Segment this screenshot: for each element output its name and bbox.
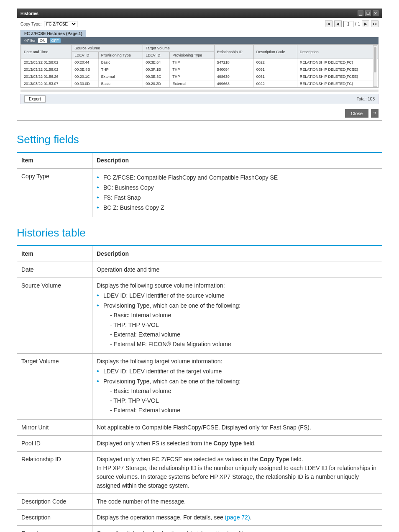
horizontal-scrollbar[interactable] (20, 90, 379, 92)
col-target[interactable]: Target Volume (143, 45, 215, 52)
col-src-prov[interactable]: Provisioning Type (98, 52, 143, 59)
vertical-scrollbar[interactable] (373, 45, 377, 87)
page-72-link[interactable]: (page 72) (225, 514, 250, 521)
table-row: Relationship ID Displayed only when FC Z… (17, 452, 382, 494)
cell-item: Copy Type (17, 169, 92, 217)
pager-last-icon[interactable]: ⏭ (371, 21, 379, 27)
table-row: Export Opens the dialog for dowloading t… (17, 526, 382, 532)
col-description: Description (92, 246, 382, 262)
toolbar: Copy Type: FC Z/FCSE ⏮ ◀ / 1 ▶ ⏭ (17, 18, 382, 30)
table-row[interactable]: 2013/03/22 01:58:0200:20:44Basic00:3E:64… (21, 59, 378, 66)
col-description: Description (92, 152, 382, 169)
pager-total: 1 (358, 22, 360, 26)
table-row: Mirror Unit Not applicable to Compatible… (17, 420, 382, 436)
pager-page-input[interactable] (343, 21, 353, 27)
table-row: Copy Type FC Z/FCSE: Compatible FlashCop… (17, 169, 382, 217)
titlebar-controls: ▁ ☐ ✕ (358, 10, 379, 16)
section-setting-fields: Setting fields (17, 133, 382, 146)
col-source[interactable]: Source Volume (72, 45, 143, 52)
pager-next-icon[interactable]: ▶ (362, 21, 369, 27)
help-button[interactable]: ? (371, 109, 379, 118)
export-button[interactable]: Export (24, 95, 46, 103)
col-src-ldev[interactable]: LDEV ID (72, 52, 98, 59)
pager-prev-icon[interactable]: ◀ (334, 21, 342, 27)
col-tgt-ldev[interactable]: LDEV ID (143, 52, 170, 59)
copy-type-label: Copy Type: (20, 22, 41, 26)
filter-bar: ☆Filter ON OFF (20, 37, 379, 44)
close-icon[interactable]: ✕ (373, 10, 379, 16)
copy-type-select[interactable]: FC Z/FCSE (44, 21, 77, 27)
grid: Date and Time Source Volume Target Volum… (20, 44, 379, 88)
setting-fields-table: Item Description Copy Type FC Z/FCSE: Co… (17, 152, 382, 217)
total-label: Total: 103 (357, 97, 375, 101)
pager-first-icon[interactable]: ⏮ (325, 21, 332, 27)
filter-label[interactable]: ☆Filter (24, 39, 36, 43)
titlebar: Histories ▁ ☐ ✕ (17, 9, 382, 18)
cell-desc: FC Z/FCSE: Compatible FlashCopy and Comp… (92, 169, 382, 217)
table-row: Description Code The code number of the … (17, 494, 382, 510)
histories-table: Item Description Date Operation date and… (17, 245, 382, 532)
table-row[interactable]: 2013/03/22 01:53:0700:30:0DBasic00:20:2D… (21, 80, 378, 87)
minimize-icon[interactable]: ▁ (358, 10, 363, 16)
window-title: Histories (20, 11, 38, 16)
col-item: Item (17, 152, 92, 169)
filter-on[interactable]: ON (38, 38, 47, 43)
col-relid[interactable]: Relationship ID (214, 45, 253, 59)
table-row: Pool ID Displayed only when FS is select… (17, 436, 382, 452)
col-datetime[interactable]: Date and Time (21, 45, 72, 59)
grid-footer: Export Total: 103 (20, 94, 379, 104)
col-desc[interactable]: Description (297, 45, 378, 59)
col-desccode[interactable]: Description Code (253, 45, 297, 59)
section-histories-table: Histories table (17, 226, 382, 239)
table-row: Description Displays the operation messa… (17, 510, 382, 526)
pager: ⏮ ◀ / 1 ▶ ⏭ (325, 21, 379, 27)
table-row: Target Volume Displays the following tar… (17, 354, 382, 420)
filter-off[interactable]: OFF (50, 38, 61, 43)
maximize-icon[interactable]: ☐ (365, 10, 371, 16)
bottom-bar: Close ? (17, 107, 382, 120)
pane-tab[interactable]: FC Z/FCSE Histories (Page.1) (20, 30, 86, 37)
table-row[interactable]: 2013/03/22 01:56:2600:20:1CExternal00:3E… (21, 73, 378, 80)
table-row[interactable]: 2013/03/22 01:58:0200:3E:8BTHP00:3F:1BTH… (21, 66, 378, 73)
col-tgt-prov[interactable]: Provisioning Type (170, 52, 214, 59)
table-row: Date Operation date and time (17, 262, 382, 278)
close-button[interactable]: Close (345, 109, 368, 118)
pager-sep: / (355, 22, 356, 26)
table-row: Source Volume Displays the following sou… (17, 278, 382, 354)
col-item: Item (17, 246, 92, 262)
histories-window: Histories ▁ ☐ ✕ Copy Type: FC Z/FCSE ⏮ ◀… (17, 8, 382, 121)
